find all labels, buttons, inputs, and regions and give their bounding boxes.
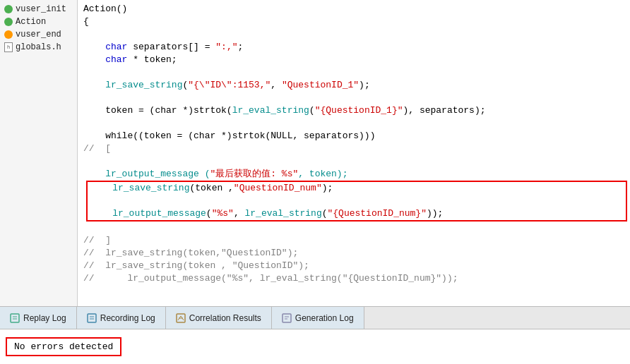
code-text-14: lr_output_message ("最后获取的值: %s", token); xyxy=(83,168,347,181)
code-line-18: // ] xyxy=(83,234,630,247)
code-line-12: // [ xyxy=(83,142,630,155)
main-area: vuser_init Action vuser_end h globals.h … xyxy=(0,0,630,306)
sidebar-label-globals: globals.h xyxy=(16,42,61,52)
code-editor[interactable]: Action() { char separators[] = ":,"; cha… xyxy=(78,0,630,306)
code-line-7: lr_save_string("{\"ID\":1153,", "Questio… xyxy=(83,79,630,92)
code-line-15: lr_save_string(token ,"QuestionID_num"); xyxy=(88,182,626,195)
code-line-blank xyxy=(88,195,626,207)
highlight-box: lr_save_string(token ,"QuestionID_num");… xyxy=(86,181,627,222)
code-text-15: lr_save_string(token ,"QuestionID_num"); xyxy=(90,182,333,195)
sidebar-item-vuser-end[interactable]: vuser_end xyxy=(0,28,77,41)
code-text-19: // lr_save_string(token,"QuestionID"); xyxy=(83,247,298,260)
code-line-16: lr_output_message("%s", lr_eval_string("… xyxy=(88,207,626,220)
globals-file-icon: h xyxy=(4,42,13,52)
code-text-4: char separators[] = ":,"; xyxy=(83,41,243,54)
code-text-16: lr_output_message("%s", lr_eval_string("… xyxy=(90,207,443,220)
code-line-6 xyxy=(83,66,630,79)
tab-generation-log[interactable]: Generation Log xyxy=(272,307,364,329)
recording-icon xyxy=(87,313,97,323)
sidebar-item-action[interactable]: Action xyxy=(0,16,77,28)
code-text-1: Action() xyxy=(83,3,127,16)
tab-generation-log-label: Generation Log xyxy=(295,313,354,323)
code-text-2: { xyxy=(83,16,89,28)
generation-icon xyxy=(282,313,292,323)
code-line-8 xyxy=(83,92,630,104)
code-line-3 xyxy=(83,28,630,41)
code-line-17 xyxy=(83,222,630,234)
svg-rect-0 xyxy=(11,314,19,322)
code-line-1: Action() xyxy=(83,3,630,16)
tabs-bar: Replay Log Recording Log Correlation Res… xyxy=(0,306,630,329)
svg-rect-3 xyxy=(88,314,96,322)
code-line-10 xyxy=(83,117,630,130)
code-line-4: char separators[] = ":,"; xyxy=(83,41,630,54)
status-bar: No errors detected xyxy=(0,329,630,364)
sidebar-item-globals[interactable]: h globals.h xyxy=(0,41,77,54)
code-line-23 xyxy=(83,298,630,306)
sidebar: vuser_init Action vuser_end h globals.h xyxy=(0,0,78,306)
code-line-11: while((token = (char *)strtok(NULL, sepa… xyxy=(83,130,630,142)
tab-correlation-results[interactable]: Correlation Results xyxy=(166,307,272,329)
code-text-20: // lr_save_string(token , "QuestionID"); xyxy=(83,260,309,272)
status-message: No errors detected xyxy=(6,337,121,356)
code-line-22 xyxy=(83,285,630,298)
code-text-9: token = (char *)strtok(lr_eval_string("{… xyxy=(83,104,486,117)
sidebar-label-vuser-init: vuser_init xyxy=(16,4,66,14)
tab-replay-log-label: Replay Log xyxy=(23,313,66,323)
code-line-2: { xyxy=(83,16,630,28)
code-text-11: while((token = (char *)strtok(NULL, sepa… xyxy=(83,130,375,142)
tab-recording-log[interactable]: Recording Log xyxy=(77,307,166,329)
code-line-13 xyxy=(83,155,630,168)
code-container: Action() { char separators[] = ":,"; cha… xyxy=(78,3,630,306)
sidebar-label-vuser-end: vuser_end xyxy=(16,30,61,40)
code-line-21: // lr_output_message("%s", lr_eval_strin… xyxy=(83,272,630,285)
tab-recording-log-label: Recording Log xyxy=(100,313,155,323)
code-line-5: char * token; xyxy=(83,54,630,66)
tab-replay-log[interactable]: Replay Log xyxy=(0,307,77,329)
correlation-icon xyxy=(176,313,186,323)
code-text-5: char * token; xyxy=(83,54,177,66)
code-text-18: // ] xyxy=(83,234,111,247)
replay-icon xyxy=(10,313,20,323)
sidebar-item-vuser-init[interactable]: vuser_init xyxy=(0,3,77,16)
code-line-19: // lr_save_string(token,"QuestionID"); xyxy=(83,247,630,260)
code-text-7: lr_save_string("{\"ID\":1153,", "Questio… xyxy=(83,79,370,92)
code-line-14: lr_output_message ("最后获取的值: %s", token); xyxy=(83,168,630,181)
tab-correlation-results-label: Correlation Results xyxy=(189,313,261,323)
sidebar-label-action: Action xyxy=(16,17,46,27)
code-text-12: // [ xyxy=(83,142,111,155)
action-icon xyxy=(4,18,13,26)
vuser-end-icon xyxy=(4,30,13,39)
svg-rect-8 xyxy=(283,314,291,322)
code-text-21: // lr_output_message("%s", lr_eval_strin… xyxy=(83,272,458,285)
code-line-20: // lr_save_string(token , "QuestionID"); xyxy=(83,260,630,272)
vuser-init-icon xyxy=(4,5,13,13)
code-line-9: token = (char *)strtok(lr_eval_string("{… xyxy=(83,104,630,117)
